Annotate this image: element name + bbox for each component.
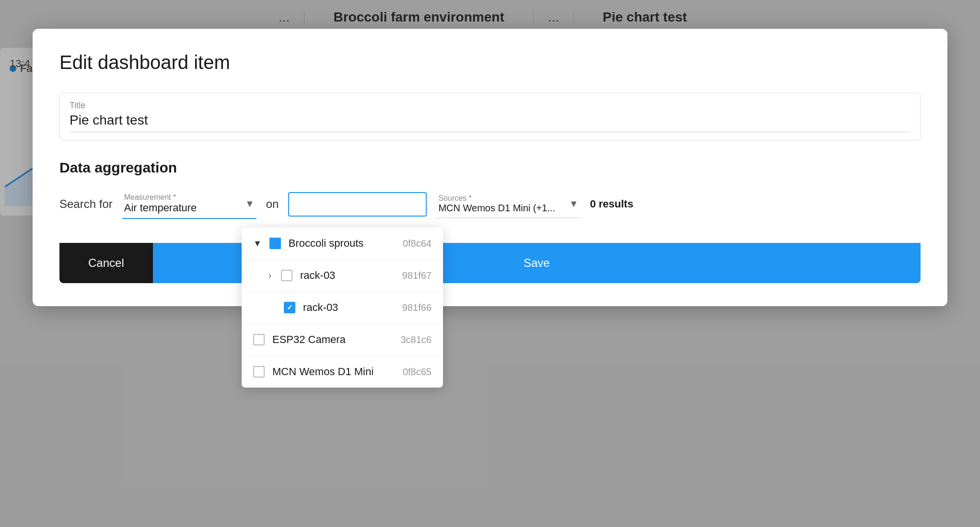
- esp32-checkbox[interactable]: [253, 334, 265, 345]
- title-field-label: Title: [70, 101, 910, 111]
- measurement-label: Measurement *: [124, 193, 239, 202]
- rack03-unchecked-name: rack-03: [300, 269, 395, 282]
- cancel-button[interactable]: Cancel: [59, 243, 153, 283]
- rack03-unchecked-id: 981f67: [402, 270, 432, 281]
- title-underline: [70, 132, 910, 132]
- popup-item-mcn-wemos[interactable]: MCN Wemos D1 Mini 0f8c65: [242, 356, 443, 388]
- edit-dashboard-modal: Edit dashboard item Title Data aggregati…: [33, 29, 947, 306]
- mcn-wemos-name: MCN Wemos D1 Mini: [272, 366, 395, 378]
- popup-item-rack03-unchecked[interactable]: › rack-03 981f67: [242, 260, 443, 292]
- filter-row: Search for Measurement * Air temperature…: [59, 189, 921, 219]
- title-input[interactable]: [70, 113, 910, 128]
- rack03-checked-checkbox[interactable]: [284, 302, 295, 313]
- sources-dropdown-arrow-icon: ▼: [569, 198, 579, 209]
- rack03-checked-name: rack-03: [303, 301, 395, 314]
- modal-title: Edit dashboard item: [59, 52, 921, 73]
- sources-label: Sources *: [438, 194, 563, 203]
- measurement-value: Air temperature: [124, 202, 239, 214]
- sources-dropdown[interactable]: Sources * MCN Wemos D1 Mini (+1... ▼: [436, 190, 580, 218]
- sources-value: MCN Wemos D1 Mini (+1...: [438, 203, 563, 214]
- mcn-wemos-checkbox[interactable]: [253, 366, 265, 378]
- measurement-dropdown-arrow-icon: ▼: [245, 198, 255, 209]
- popup-item-esp32[interactable]: ESP32 Camera 3c81c6: [242, 324, 443, 356]
- title-field-container: Title: [59, 92, 921, 140]
- section-data-aggregation-title: Data aggregation: [59, 160, 921, 176]
- device-dropdown-popup: ▼ Broccoli sprouts 0f8c64 › rack-03 981f…: [242, 228, 443, 388]
- esp32-id: 3c81c6: [401, 334, 432, 345]
- broccoli-sprouts-name: Broccoli sprouts: [289, 237, 395, 250]
- rack03-unchecked-checkbox[interactable]: [281, 270, 292, 281]
- chevron-down-icon: ▼: [253, 239, 262, 249]
- results-count: 0 results: [590, 198, 633, 210]
- chevron-right-icon: ›: [268, 271, 271, 281]
- popup-item-broccoli-sprouts[interactable]: ▼ Broccoli sprouts 0f8c64: [242, 228, 443, 260]
- broccoli-sprouts-id: 0f8c64: [403, 238, 432, 249]
- rack03-checked-id: 981f66: [402, 302, 432, 313]
- on-label: on: [266, 197, 279, 211]
- esp32-name: ESP32 Camera: [272, 333, 393, 346]
- action-bar: Cancel Save: [59, 243, 921, 283]
- filter-search-label: Search for: [59, 197, 113, 211]
- popup-item-rack03-checked[interactable]: rack-03 981f66: [242, 292, 443, 324]
- measurement-dropdown[interactable]: Measurement * Air temperature ▼: [122, 189, 257, 219]
- broccoli-sprouts-indicator: [269, 238, 281, 249]
- mcn-wemos-id: 0f8c65: [403, 367, 432, 378]
- device-search-input[interactable]: [288, 192, 427, 217]
